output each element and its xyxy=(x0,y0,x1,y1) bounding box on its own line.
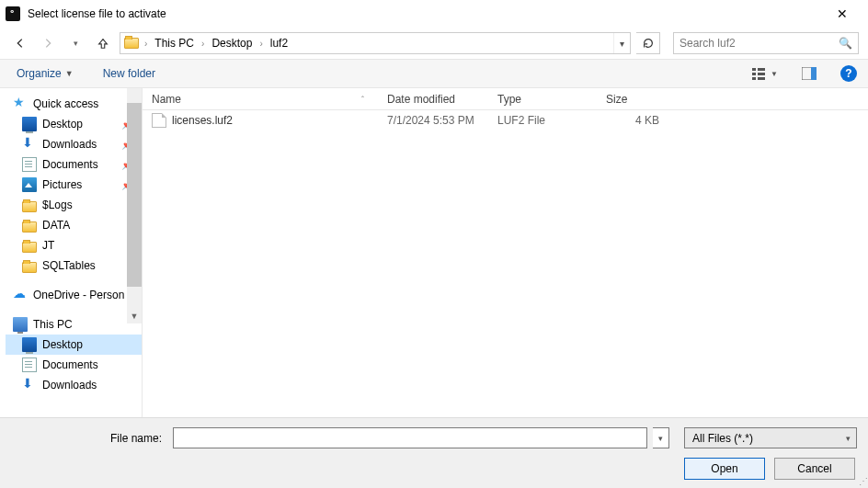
svg-rect-4 xyxy=(758,73,765,75)
this-pc-node[interactable]: This PC xyxy=(6,314,142,335)
file-date: 7/1/2024 5:53 PM xyxy=(378,114,488,127)
navigation-bar: ▾ › This PC › Desktop › luf2 ▾ 🔍 xyxy=(0,28,868,59)
titlebar: Select license file to activate ✕ xyxy=(0,0,868,28)
sidebar-item-label: Documents xyxy=(42,358,98,371)
sidebar-item-label: Desktop xyxy=(42,118,83,131)
column-headers: Name ˆ Date modified Type Size xyxy=(143,88,868,110)
crumb-desktop[interactable]: Desktop xyxy=(206,33,257,53)
svg-rect-1 xyxy=(752,73,756,75)
sidebar-item[interactable]: Documents📌 xyxy=(6,154,142,175)
filetype-filter[interactable]: All Files (*.*) ▾ xyxy=(684,427,857,448)
this-pc-label: This PC xyxy=(33,318,73,331)
column-type[interactable]: Type xyxy=(488,88,597,109)
doc-icon xyxy=(22,357,37,372)
column-name[interactable]: Name ˆ xyxy=(143,88,378,109)
sidebar-item[interactable]: Desktop📌 xyxy=(6,114,142,134)
address-dropdown[interactable]: ▾ xyxy=(613,33,630,53)
file-icon xyxy=(152,113,166,128)
file-type: LUF2 File xyxy=(488,114,597,127)
column-name-label: Name xyxy=(152,93,181,106)
sidebar-item-label: $Logs xyxy=(42,199,73,211)
organize-label: Organize xyxy=(17,67,62,80)
resize-grip[interactable]: ⋰ xyxy=(859,476,866,486)
sidebar-item[interactable]: DATA xyxy=(6,215,142,235)
filename-label: File name: xyxy=(11,432,167,445)
cancel-button[interactable]: Cancel xyxy=(774,458,855,480)
back-button[interactable] xyxy=(9,32,31,54)
sidebar-item-label: Pictures xyxy=(42,178,82,191)
address-bar[interactable]: › This PC › Desktop › luf2 ▾ xyxy=(120,32,631,54)
search-input[interactable] xyxy=(680,37,839,50)
file-row[interactable]: licenses.luf27/1/2024 5:53 PMLUF2 File4 … xyxy=(143,110,868,131)
refresh-button[interactable] xyxy=(636,32,660,54)
preview-pane-button[interactable] xyxy=(796,63,822,84)
filename-dropdown[interactable]: ▾ xyxy=(653,427,669,448)
svg-rect-2 xyxy=(752,77,756,80)
navigation-tree: ▲ ▼ Quick access Desktop📌Downloads📌Docum… xyxy=(0,88,143,417)
pc-icon xyxy=(13,317,28,332)
chevron-down-icon: ▾ xyxy=(846,434,851,443)
help-button[interactable]: ? xyxy=(840,65,857,82)
sidebar-item[interactable]: JT xyxy=(6,235,142,255)
forward-button[interactable] xyxy=(37,32,59,54)
scrollbar-thumb[interactable] xyxy=(127,103,142,287)
svg-rect-3 xyxy=(758,68,765,71)
sidebar-item-label: Desktop xyxy=(42,338,83,351)
sidebar-item[interactable]: Pictures📌 xyxy=(6,175,142,195)
download-icon xyxy=(22,137,37,152)
filetype-filter-label: All Files (*.*) xyxy=(692,432,753,445)
recent-dropdown[interactable]: ▾ xyxy=(64,32,86,54)
svg-rect-7 xyxy=(811,67,817,80)
doc-icon xyxy=(22,157,37,172)
chevron-right-icon: › xyxy=(257,39,264,49)
pic-icon xyxy=(22,177,37,192)
cloud-icon xyxy=(13,288,28,302)
crumb-luf2[interactable]: luf2 xyxy=(265,33,293,53)
chevron-right-icon: › xyxy=(200,39,206,49)
crumb-this-pc[interactable]: This PC xyxy=(149,33,200,53)
app-icon xyxy=(6,6,20,21)
sidebar-item-label: SQLTables xyxy=(42,259,96,272)
column-date[interactable]: Date modified xyxy=(378,88,488,109)
quick-access-node[interactable]: Quick access xyxy=(6,94,142,114)
sort-asc-icon: ˆ xyxy=(361,95,364,104)
sidebar-item[interactable]: Downloads xyxy=(6,375,142,395)
chevron-down-icon: ▼ xyxy=(65,69,74,78)
download-icon xyxy=(22,378,37,392)
open-button[interactable]: Open xyxy=(684,458,765,480)
up-button[interactable] xyxy=(92,32,114,54)
onedrive-node[interactable]: OneDrive - Person xyxy=(6,285,142,305)
star-icon xyxy=(13,96,28,111)
search-icon[interactable]: 🔍 xyxy=(839,37,852,50)
scroll-down-button[interactable]: ▼ xyxy=(127,309,142,323)
close-button[interactable]: ✕ xyxy=(824,0,861,28)
folder-icon xyxy=(120,33,143,53)
search-box[interactable]: 🔍 xyxy=(673,32,859,54)
folder-icon xyxy=(22,262,37,273)
sidebar-item[interactable]: Documents xyxy=(6,355,142,375)
toolbar: Organize ▼ New folder ▼ ? xyxy=(0,59,868,88)
sidebar-item[interactable]: Desktop xyxy=(6,335,142,355)
chevron-right-icon[interactable]: › xyxy=(143,39,149,49)
sidebar-item-label: Downloads xyxy=(42,138,97,151)
new-folder-button[interactable]: New folder xyxy=(97,63,161,84)
main-area: ▲ ▼ Quick access Desktop📌Downloads📌Docum… xyxy=(0,88,868,417)
folder-icon xyxy=(22,242,37,253)
folder-icon xyxy=(22,201,37,212)
sidebar-item[interactable]: Downloads📌 xyxy=(6,134,142,154)
window-title: Select license file to activate xyxy=(28,7,166,20)
sidebar-item-label: DATA xyxy=(42,219,70,232)
desktop-icon xyxy=(22,117,37,131)
column-size[interactable]: Size xyxy=(597,88,668,109)
quick-access-label: Quick access xyxy=(33,97,98,110)
organize-button[interactable]: Organize ▼ xyxy=(11,63,79,84)
view-options-button[interactable]: ▼ xyxy=(752,63,778,84)
filename-input[interactable] xyxy=(173,427,647,448)
sidebar-item-label: Documents xyxy=(42,158,98,171)
onedrive-label: OneDrive - Person xyxy=(33,289,124,301)
svg-rect-0 xyxy=(752,68,756,71)
sidebar-item[interactable]: $Logs xyxy=(6,195,142,215)
sidebar-item[interactable]: SQLTables xyxy=(6,255,142,276)
footer: File name: ▾ All Files (*.*) ▾ Open Canc… xyxy=(0,417,868,488)
file-name: licenses.luf2 xyxy=(172,114,233,127)
